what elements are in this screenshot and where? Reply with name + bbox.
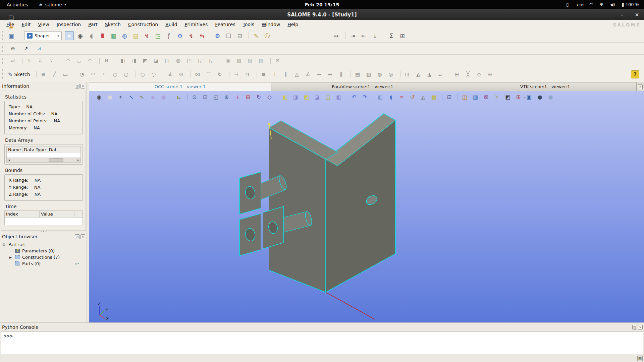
constraint-parallel-icon[interactable]: ∥ — [282, 70, 290, 78]
background-settings-icon[interactable]: ⊡ — [445, 93, 453, 101]
toolbar-grip[interactable] — [2, 44, 4, 53]
sketch-substitution-icon[interactable]: ◎ — [387, 70, 395, 78]
tab-occ-viewer[interactable]: OCC scene:1 - viewer:1 — [89, 82, 271, 91]
sketch-copy-icon[interactable]: ⊡ — [403, 70, 412, 78]
close-panel-icon[interactable]: × — [80, 234, 85, 239]
feature-union-icon[interactable]: ◍ — [174, 57, 182, 65]
global-pan-icon[interactable]: ⊞ — [244, 93, 252, 101]
select-arrow-icon[interactable]: ↖ — [127, 93, 136, 101]
constraint-distance-icon[interactable]: ⊣ — [232, 70, 240, 78]
sketch-rotate-icon[interactable]: ↻ — [216, 70, 224, 78]
close-panel-icon[interactable]: × — [80, 84, 85, 88]
sketch-target-icon[interactable]: ⊚ — [486, 70, 494, 78]
battery-indicator[interactable]: ▮ 100 % — [622, 2, 639, 7]
module-selector[interactable]: ➤ Shaper ▾ — [24, 31, 62, 40]
column-header[interactable]: Dat — [47, 146, 58, 153]
download-icon[interactable]: ↓ — [370, 31, 379, 40]
feature-revolution-icon[interactable]: ⊎ — [102, 57, 111, 65]
feature-loft-icon[interactable]: ◲ — [207, 57, 216, 65]
wifi-icon[interactable]: ◠ — [589, 2, 594, 7]
tab-vtk-viewer[interactable]: VTK scene:1 - viewer:1 — [454, 82, 637, 91]
column-header[interactable]: Name — [7, 146, 22, 153]
sketch-circle-arc-icon[interactable]: ◔ — [78, 70, 86, 78]
constraint-collinear-icon[interactable]: ∦ — [337, 70, 345, 78]
shape-module-icon[interactable]: ◳ — [153, 31, 162, 40]
constraint-perpendicular-icon[interactable]: ⊥ — [271, 70, 279, 78]
sum-icon[interactable]: Σ — [387, 31, 396, 40]
ambient-light-icon[interactable]: ☼ — [493, 93, 501, 101]
shaper-module-button[interactable]: ➤ — [65, 31, 74, 40]
menu-item[interactable]: Features — [211, 20, 239, 28]
notes-module-icon[interactable]: ▤ — [131, 31, 140, 40]
help-button[interactable]: ? — [631, 70, 639, 78]
float-panel-icon[interactable]: ◳ — [632, 325, 637, 329]
shading-on-icon[interactable]: ● — [546, 93, 555, 101]
tree-item-part-set[interactable]: ⚙ Part set — [0, 241, 87, 248]
clipping-icon[interactable]: ◖ — [387, 93, 395, 101]
import-icon[interactable]: ⇤ — [359, 31, 368, 40]
sketch-arc-icon[interactable]: ◠ — [89, 70, 97, 78]
dump-view-icon[interactable]: ◉ — [95, 93, 103, 101]
constraint-middle-icon[interactable]: ↔ — [326, 70, 334, 78]
menu-item[interactable]: Part — [85, 20, 101, 28]
constraint-length-icon[interactable]: ⊓ — [243, 70, 252, 78]
float-panel-icon[interactable]: ◳ — [75, 84, 79, 88]
close-viewer-icon[interactable]: × — [638, 84, 643, 89]
isometric-view-icon[interactable]: ◧ — [376, 93, 384, 101]
feature-group-icon[interactable]: ⊜ — [273, 57, 282, 65]
settings-icon[interactable]: ⚙ — [213, 31, 222, 40]
sketch-rhombus-icon[interactable]: ◇ — [475, 70, 483, 78]
undo-view-icon[interactable]: ↶ — [350, 93, 358, 101]
sketch-split-icon[interactable]: ◍ — [376, 70, 384, 78]
boolean-smash-icon[interactable]: ◪ — [152, 57, 160, 65]
rotation-point-icon[interactable]: ◇ — [265, 93, 274, 101]
export-icon[interactable]: ⇥ — [348, 31, 357, 40]
horizontal-scrollbar[interactable]: ◂ ▸ — [7, 158, 80, 162]
table-icon[interactable]: ⊞ — [398, 31, 407, 40]
geom-module-icon[interactable]: ◍ — [120, 31, 129, 40]
fca-module-icon[interactable]: ƒ — [164, 31, 173, 40]
back-view-icon[interactable]: ◨ — [291, 93, 300, 101]
tool-module-icon[interactable]: ↯ — [186, 31, 196, 40]
menu-item[interactable]: Window — [258, 20, 284, 28]
circle-selection-icon[interactable]: ● — [159, 93, 168, 101]
search-module-icon[interactable]: ◉ — [76, 31, 85, 40]
expand-arrow-icon[interactable]: ▶ — [9, 256, 12, 259]
feature-export-icon[interactable]: ⇧ — [25, 57, 34, 65]
feature-partition-icon[interactable]: ◰ — [185, 57, 194, 65]
right-view-icon[interactable]: ◧ — [334, 93, 343, 101]
clock[interactable]: Feb 20 13:15 — [305, 2, 339, 7]
sketch-arc-center-icon[interactable]: ◷ — [111, 70, 119, 78]
sketch-line-icon[interactable]: ╱ — [50, 70, 59, 78]
select-rect-icon[interactable]: ↖ — [138, 93, 146, 101]
sketch-point-icon[interactable]: ⊕ — [39, 70, 48, 78]
boolean-cut-icon[interactable]: ◧ — [119, 57, 127, 65]
sketch-rectangle-icon[interactable]: ▭ — [61, 70, 70, 78]
scrollbar-thumb[interactable] — [49, 158, 63, 162]
sculpt-module-icon[interactable]: ◖ — [87, 31, 96, 40]
interaction-style-icon[interactable]: ⌖ — [116, 93, 125, 101]
sketch-button[interactable]: ✎ Sketch — [7, 70, 33, 79]
feature-measure-icon[interactable]: ▧ — [257, 57, 265, 65]
mouse-style-icon[interactable]: ● — [106, 93, 114, 101]
feature-import-icon[interactable]: ⇩ — [36, 57, 45, 65]
sketch-pattern-icon[interactable]: ▱ — [436, 70, 445, 78]
feature-extrusion-cut-icon[interactable]: ◡ — [75, 57, 83, 65]
mesh-module-icon[interactable]: ▦ — [109, 31, 118, 40]
scroll-right-icon[interactable]: ▸ — [76, 158, 80, 162]
rotate-animation-icon[interactable]: ↺ — [408, 93, 417, 101]
tree-item-constructions[interactable]: ▶ Constructions (7) — [0, 254, 87, 260]
datum-point-icon[interactable]: ⊕ — [9, 45, 17, 53]
toolbar-grip[interactable] — [2, 56, 4, 65]
zoom-plus-icon[interactable]: ⊕ — [222, 93, 231, 101]
front-view-icon[interactable]: ◧ — [281, 93, 289, 101]
trihedron-icon[interactable]: ⊾ — [175, 93, 183, 101]
datum-plane-icon[interactable]: ⊿ — [35, 45, 43, 53]
shading-off-icon[interactable]: ● — [536, 93, 544, 101]
sketch-mirror-icon[interactable]: ⋈ — [194, 70, 202, 78]
window-layout-icon[interactable]: ▣ — [525, 93, 533, 101]
column-header[interactable]: Index — [5, 211, 40, 217]
axes-box-icon[interactable]: ⊠ — [482, 93, 490, 101]
menu-item[interactable]: Build — [162, 20, 181, 28]
left-view-icon[interactable]: ◫ — [324, 93, 332, 101]
